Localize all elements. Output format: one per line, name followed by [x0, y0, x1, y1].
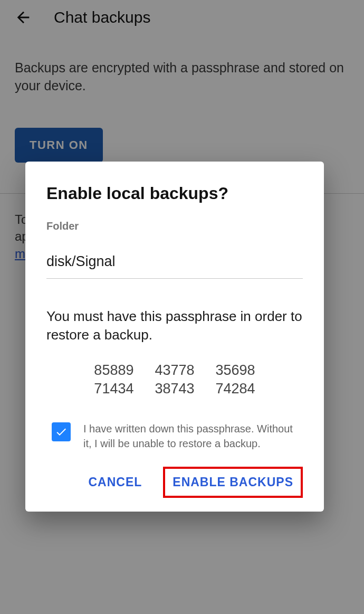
- folder-label: Folder: [46, 220, 303, 232]
- passphrase-chunk: 38743: [155, 380, 194, 398]
- passphrase-display: 85889 71434 43778 38743 35698 74284: [46, 361, 303, 398]
- confirm-checkbox[interactable]: [52, 422, 71, 441]
- dialog-title: Enable local backups?: [46, 184, 303, 203]
- cancel-button[interactable]: CANCEL: [79, 467, 151, 498]
- folder-value[interactable]: disk/Signal: [46, 253, 303, 279]
- enable-backups-dialog: Enable local backups? Folder disk/Signal…: [25, 162, 324, 512]
- passphrase-chunk: 71434: [94, 380, 133, 398]
- passphrase-chunk: 35698: [216, 361, 255, 380]
- passphrase-chunk: 85889: [94, 361, 133, 380]
- enable-button-highlight: ENABLE BACKUPS: [163, 467, 303, 498]
- confirm-label: I have written down this passphrase. Wit…: [83, 421, 303, 451]
- enable-backups-button[interactable]: ENABLE BACKUPS: [173, 475, 293, 489]
- dialog-actions: CANCEL ENABLE BACKUPS: [46, 467, 303, 498]
- passphrase-chunk: 74284: [216, 380, 255, 398]
- passphrase-instruction: You must have this passphrase in order t…: [46, 307, 303, 344]
- passphrase-chunk: 43778: [155, 361, 194, 380]
- confirm-row: I have written down this passphrase. Wit…: [46, 421, 303, 451]
